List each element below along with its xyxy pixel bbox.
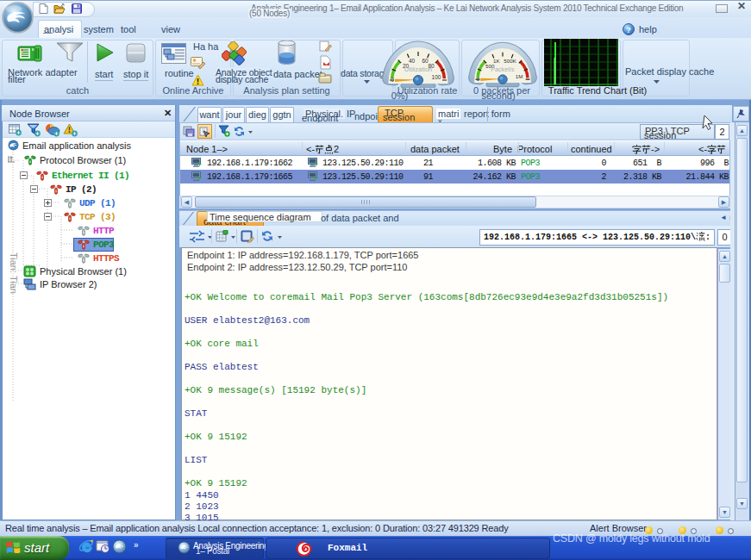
svg-text:40: 40 xyxy=(409,58,416,64)
svg-text:500K: 500K xyxy=(504,58,516,64)
svg-text:1M: 1M xyxy=(516,73,523,79)
svg-text:Utilization: Utilization xyxy=(404,65,433,73)
svg-text:0: 0 xyxy=(477,76,480,82)
svg-text:?: ? xyxy=(626,26,631,34)
svg-text:100: 100 xyxy=(432,74,441,80)
svg-text:1K: 1K xyxy=(493,58,500,64)
svg-text:Packet/s: Packet/s xyxy=(491,66,515,73)
svg-text:0: 0 xyxy=(391,77,394,83)
